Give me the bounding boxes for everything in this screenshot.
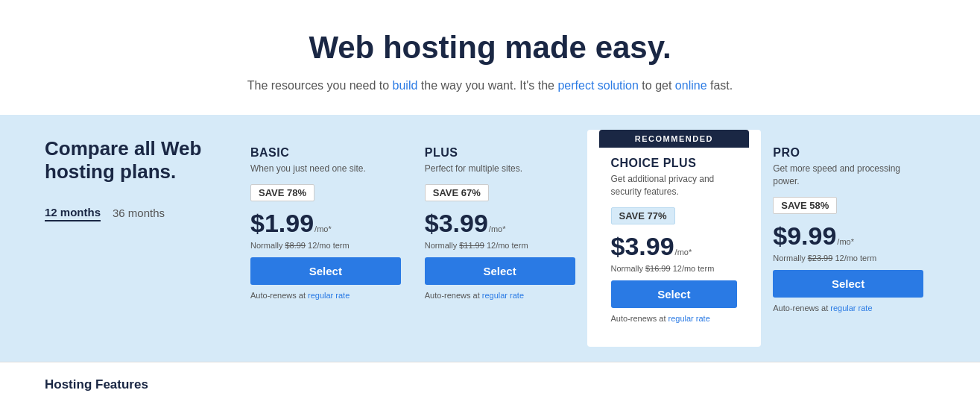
plan-choice-plus-inner: CHOICE PLUS Get additional privacy and s… xyxy=(599,148,750,335)
plan-basic: BASIC When you just need one site. SAVE … xyxy=(238,137,413,347)
plan-pro-suffix: /mo* xyxy=(837,237,854,246)
subtitle-text: The resources you need to build the way … xyxy=(247,79,733,92)
plan-basic-name: BASIC xyxy=(250,146,401,160)
plan-pro-save: SAVE 58% xyxy=(773,197,837,214)
plan-basic-select-button[interactable]: Select xyxy=(250,257,401,285)
plan-choice-plus-price: $3.99 xyxy=(611,232,674,261)
plan-choice-plus-desc: Get additional privacy and security feat… xyxy=(611,173,738,198)
plan-plus-desc: Perfect for multiple sites. xyxy=(425,163,575,175)
plan-pro: PRO Get more speed and processing power.… xyxy=(761,137,935,347)
plan-pro-inner: PRO Get more speed and processing power.… xyxy=(773,137,923,312)
plan-basic-auto-renew: Auto-renews at regular rate xyxy=(250,291,401,300)
plan-basic-desc: When you just need one site. xyxy=(250,163,401,175)
recommended-badge: RECOMMENDED xyxy=(599,130,750,148)
plan-basic-price-row: $1.99 /mo* xyxy=(250,209,401,238)
plan-choice-plus-normally: Normally $16.99 12/mo term xyxy=(611,264,738,273)
plan-pro-select-button[interactable]: Select xyxy=(773,270,923,298)
plan-plus-regular-rate-link[interactable]: regular rate xyxy=(482,291,524,300)
plan-choice-plus-regular-rate-link[interactable]: regular rate xyxy=(668,314,710,323)
plan-choice-plus-price-row: $3.99 /mo* xyxy=(611,232,738,261)
plan-basic-normally: Normally $8.99 12/mo term xyxy=(250,241,401,250)
hosting-features-section: Hosting Features xyxy=(0,362,980,393)
plan-basic-price: $1.99 xyxy=(250,209,314,238)
plan-plus-price: $3.99 xyxy=(425,209,488,238)
plan-pro-name: PRO xyxy=(773,146,923,160)
term-36-tab[interactable]: 36 months xyxy=(113,207,165,221)
plan-basic-regular-rate-link[interactable]: regular rate xyxy=(308,291,350,300)
plan-choice-plus-save: SAVE 77% xyxy=(611,207,675,224)
plan-plus-save: SAVE 67% xyxy=(425,184,489,201)
plan-choice-plus: RECOMMENDED CHOICE PLUS Get additional p… xyxy=(587,130,762,347)
plans-grid: BASIC When you just need one site. SAVE … xyxy=(238,137,935,347)
plan-pro-desc: Get more speed and processing power. xyxy=(773,163,923,188)
plans-top: Compare all Web hosting plans. 12 months… xyxy=(45,137,935,347)
plan-choice-plus-suffix: /mo* xyxy=(675,248,692,257)
plan-basic-save: SAVE 78% xyxy=(250,184,314,201)
plans-section: Compare all Web hosting plans. 12 months… xyxy=(0,115,980,362)
term-tabs: 12 months 36 months xyxy=(45,206,224,221)
plan-plus-suffix: /mo* xyxy=(489,224,506,233)
plan-basic-suffix: /mo* xyxy=(314,224,332,233)
plan-choice-plus-select-button[interactable]: Select xyxy=(611,280,738,308)
compare-header: Compare all Web hosting plans. 12 months… xyxy=(45,137,238,221)
plan-choice-plus-auto-renew: Auto-renews at regular rate xyxy=(611,314,738,323)
hero-subtitle: The resources you need to build the way … xyxy=(15,79,965,92)
hero-section: Web hosting made easy. The resources you… xyxy=(0,0,980,115)
plan-plus: PLUS Perfect for multiple sites. SAVE 67… xyxy=(413,137,587,347)
plan-plus-price-row: $3.99 /mo* xyxy=(425,209,575,238)
hero-title: Web hosting made easy. xyxy=(15,30,965,66)
hosting-features-title: Hosting Features xyxy=(45,377,935,392)
plan-plus-inner: PLUS Perfect for multiple sites. SAVE 67… xyxy=(425,137,575,300)
plan-pro-price: $9.99 xyxy=(773,221,836,251)
plan-basic-inner: BASIC When you just need one site. SAVE … xyxy=(250,137,401,300)
plan-plus-normally: Normally $11.99 12/mo term xyxy=(425,241,575,250)
compare-title: Compare all Web hosting plans. xyxy=(45,137,224,183)
plan-pro-price-row: $9.99 /mo* xyxy=(773,221,923,251)
plan-pro-normally: Normally $23.99 12/mo term xyxy=(773,254,923,262)
plan-plus-name: PLUS xyxy=(425,146,575,160)
term-12-tab[interactable]: 12 months xyxy=(45,206,101,221)
plan-choice-plus-name: CHOICE PLUS xyxy=(611,157,738,170)
plan-plus-select-button[interactable]: Select xyxy=(425,257,575,285)
plan-pro-regular-rate-link[interactable]: regular rate xyxy=(830,304,872,312)
plan-pro-auto-renew: Auto-renews at regular rate xyxy=(773,304,923,312)
plan-plus-auto-renew: Auto-renews at regular rate xyxy=(425,291,575,300)
